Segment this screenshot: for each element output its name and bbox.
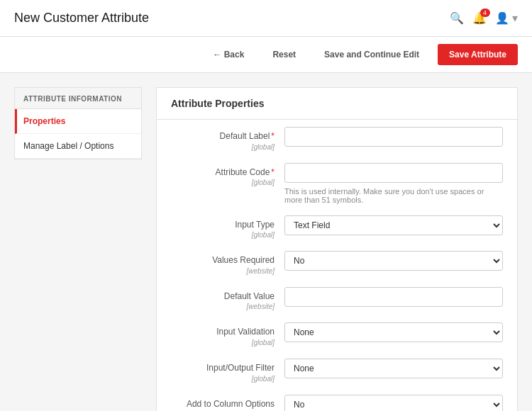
notification-icon[interactable]: 🔔 4 (472, 11, 487, 25)
save-attribute-label: Save Attribute (449, 50, 506, 60)
required-mark-2: * (271, 167, 275, 177)
values-required-field: No Yes (284, 251, 503, 271)
input-output-filter-label: Input/Output Filter [global] (171, 359, 284, 383)
values-required-label: Values Required [website] (171, 251, 284, 276)
sidebar-item-properties[interactable]: Properties (15, 109, 141, 134)
save-continue-label: Save and Continue Edit (324, 50, 419, 60)
attribute-code-row: Attribute Code* [global] This is used in… (171, 163, 503, 206)
input-type-select[interactable]: Text Field Text Area Date Yes/No Multipl… (284, 215, 503, 235)
add-to-column-row: Add to Column Options [global] No Yes Se… (171, 395, 503, 411)
attribute-code-field: This is used internally. Make sure you d… (284, 163, 503, 204)
sidebar-item-properties-label: Properties (23, 116, 65, 126)
sidebar-nav: Properties Manage Label / Options (14, 108, 142, 159)
back-label: ← Back (213, 50, 244, 60)
attribute-code-input[interactable] (284, 163, 503, 183)
search-icon[interactable]: 🔍 (450, 11, 464, 25)
input-type-row: Input Type [global] Text Field Text Area… (171, 215, 503, 242)
default-label-row: Default Label* [global] (171, 127, 503, 153)
header-icons: 🔍 🔔 4 👤 ▾ (450, 11, 518, 25)
required-mark: * (271, 131, 275, 141)
attribute-code-label: Attribute Code* [global] (171, 163, 284, 188)
values-required-row: Values Required [website] No Yes (171, 251, 503, 277)
user-icon[interactable]: 👤 ▾ (495, 11, 518, 25)
add-to-column-select[interactable]: No Yes (284, 395, 503, 411)
input-output-filter-field: None Strip HTML Tags Escape HTML Entitie… (284, 359, 503, 378)
input-validation-label: Input Validation [global] (171, 322, 284, 347)
default-value-input[interactable] (284, 287, 503, 307)
reset-label: Reset (272, 50, 296, 60)
page-header: New Customer Attribute 🔍 🔔 4 👤 ▾ (0, 0, 532, 37)
form-content: Default Label* [global] Attribute Code* … (157, 120, 517, 411)
input-validation-select[interactable]: None Alphanumeric Numeric Only Email URL (284, 322, 503, 342)
save-attribute-button[interactable]: Save Attribute (438, 44, 518, 65)
sidebar-item-manage-label-text: Manage Label / Options (23, 141, 113, 151)
reset-button[interactable]: Reset (262, 45, 306, 64)
sidebar-item-manage-label[interactable]: Manage Label / Options (15, 134, 141, 159)
back-button[interactable]: ← Back (203, 45, 254, 64)
input-validation-field: None Alphanumeric Numeric Only Email URL (284, 322, 503, 342)
sidebar-section-title: ATTRIBUTE INFORMATION (14, 87, 142, 108)
form-title: Attribute Properties (157, 88, 517, 120)
default-label-input[interactable] (284, 127, 503, 147)
main-content: ATTRIBUTE INFORMATION Properties Manage … (0, 73, 532, 411)
default-label-label: Default Label* [global] (171, 127, 284, 152)
default-value-row: Default Value [website] (171, 287, 503, 313)
input-output-filter-row: Input/Output Filter [global] None Strip … (171, 359, 503, 385)
save-continue-button[interactable]: Save and Continue Edit (314, 45, 429, 64)
form-area: Attribute Properties Default Label* [glo… (156, 87, 518, 411)
input-validation-row: Input Validation [global] None Alphanume… (171, 322, 503, 349)
default-value-label: Default Value [website] (171, 287, 284, 312)
values-required-select[interactable]: No Yes (284, 251, 503, 271)
default-value-field (284, 287, 503, 307)
default-label-field (284, 127, 503, 147)
page-title: New Customer Attribute (14, 11, 149, 26)
toolbar: ← Back Reset Save and Continue Edit Save… (0, 37, 532, 73)
input-type-field: Text Field Text Area Date Yes/No Multipl… (284, 215, 503, 235)
add-to-column-field: No Yes Select "Yes" to add this attribut… (284, 395, 503, 411)
sidebar: ATTRIBUTE INFORMATION Properties Manage … (14, 87, 142, 411)
attribute-code-help: This is used internally. Make sure you d… (284, 187, 503, 204)
add-to-column-label: Add to Column Options [global] (171, 395, 284, 411)
notification-badge: 4 (480, 9, 490, 17)
input-output-filter-select[interactable]: None Strip HTML Tags Escape HTML Entitie… (284, 359, 503, 378)
input-type-label: Input Type [global] (171, 215, 284, 240)
